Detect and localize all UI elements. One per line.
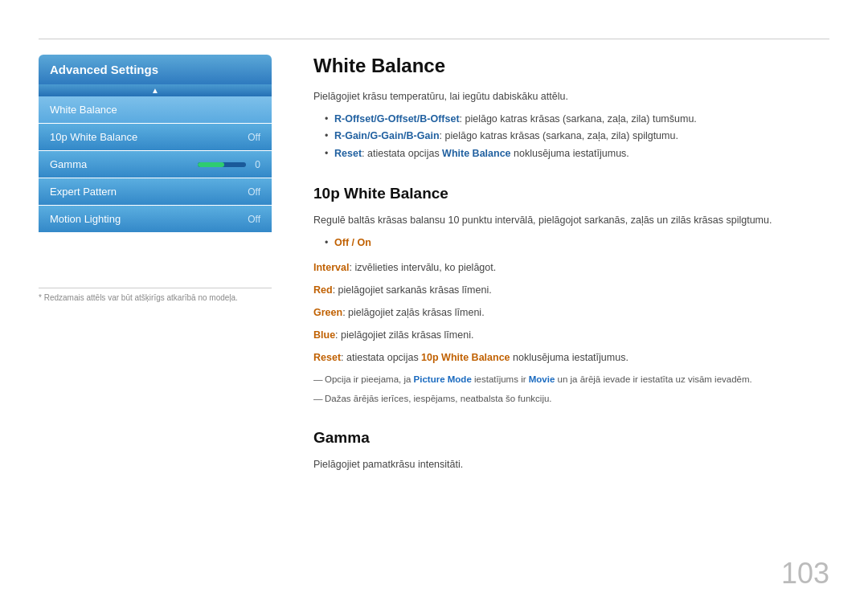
sidebar-header-label: Advanced Settings <box>50 63 158 76</box>
sidebar-arrow: ▲ <box>39 84 272 96</box>
gamma-value: 0 <box>251 159 260 170</box>
gamma-bar-container: 0 <box>198 159 260 170</box>
bullet-r-offset-rest: : pielāgo katras krāsas (sarkana, zaļa, … <box>460 113 697 125</box>
bullet-reset1-rest: : atiestata opcijas <box>362 148 442 159</box>
sidebar-item-motion-lighting[interactable]: Motion Lighting Off <box>39 206 272 232</box>
reset2-bold: Reset <box>313 352 341 363</box>
top-divider <box>39 39 829 39</box>
sidebar-item-10p-label: 10p White Balance <box>50 131 137 143</box>
red-bold: Red <box>313 284 333 296</box>
note-line-1: Opcija ir pieejama, ja Picture Mode iest… <box>313 372 829 386</box>
sidebar-item-gamma-label: Gamma <box>50 158 87 170</box>
section1-intro: Pielāgojiet krāsu temperatūru, lai iegūt… <box>313 88 829 104</box>
section2-reset: Reset: atiestata opcijas 10p White Balan… <box>313 349 829 366</box>
reset2-rest2: noklusējuma iestatījumus. <box>510 352 628 363</box>
sidebar-item-motion-value: Off <box>248 214 260 225</box>
section1-bullets: R-Offset/G-Offset/B-Offset: pielāgo katr… <box>325 111 829 162</box>
sidebar-item-gamma[interactable]: Gamma 0 <box>39 151 272 178</box>
sidebar-header: Advanced Settings <box>39 55 272 84</box>
blue-bold: Blue <box>313 329 335 341</box>
movie-bold: Movie <box>529 374 555 384</box>
note-2-text: Dažas ārējās ierīces, iespējams, neatbal… <box>325 394 552 403</box>
reset2-rest: : atiestata opcijas <box>341 352 421 363</box>
bullet-r-gain-bold: R-Gain/G-Gain/B-Gain <box>334 130 440 141</box>
green-rest: : pielāgojiet zaļās krāsas līmeni. <box>342 307 484 318</box>
gamma-bar-fill <box>198 162 224 167</box>
interval-rest: : izvēlieties intervālu, ko pielāgot. <box>349 262 496 273</box>
note-1-text: Opcija ir pieejama, ja Picture Mode iest… <box>325 374 752 384</box>
note-line-2: Dažas ārējās ierīces, iespējams, neatbal… <box>313 391 829 406</box>
section2-red: Red: pielāgojiet sarkanās krāsas līmeni. <box>313 282 829 298</box>
bullet-reset1-bold: Reset <box>334 148 362 159</box>
section2-interval: Interval: izvēlieties intervālu, ko piel… <box>313 260 829 276</box>
bullet-reset1-bold2: White Balance <box>442 148 510 159</box>
bullet-r-gain-rest: : pielāgo katras krāsas (sarkana, zaļa, … <box>440 130 678 141</box>
bullet-r-gain: R-Gain/G-Gain/B-Gain: pielāgo katras krā… <box>325 128 829 145</box>
section2-option-item: Off / On <box>325 235 829 251</box>
reset2-bold2: 10p White Balance <box>421 352 510 363</box>
section2-blue: Blue: pielāgojiet zilās krāsas līmeni. <box>313 327 829 343</box>
bullet-r-offset-bold: R-Offset/G-Offset/B-Offset <box>334 113 460 125</box>
sidebar-item-expert-pattern[interactable]: Expert Pattern Off <box>39 178 272 205</box>
bullet-reset1: Reset: atiestata opcijas White Balance n… <box>325 145 829 162</box>
section1-title: White Balance <box>313 55 829 77</box>
green-bold: Green <box>313 307 342 318</box>
section3-title: Gamma <box>313 429 829 447</box>
gamma-bar <box>198 162 246 167</box>
interval-bold: Interval <box>313 262 349 273</box>
section2-green: Green: pielāgojiet zaļās krāsas līmeni. <box>313 304 829 321</box>
blue-rest: : pielāgojiet zilās krāsas līmeni. <box>335 329 473 341</box>
sidebar-item-white-balance[interactable]: White Balance <box>39 96 272 123</box>
section2-option-list: Off / On <box>325 235 829 251</box>
section3-intro: Pielāgojiet pamatkrāsu intensitāti. <box>313 456 829 472</box>
bullet-reset1-rest2: noklusējuma iestatījumus. <box>511 148 629 159</box>
sidebar-item-motion-label: Motion Lighting <box>50 213 121 225</box>
sidebar: Advanced Settings ▲ White Balance 10p Wh… <box>39 55 272 233</box>
main-content: White Balance Pielāgojiet krāsu temperat… <box>313 55 829 479</box>
sidebar-item-10p-value: Off <box>248 132 260 143</box>
picture-mode-bold: Picture Mode <box>414 374 472 384</box>
section2-option-text: Off / On <box>334 237 371 248</box>
red-rest: : pielāgojiet sarkanās krāsas līmeni. <box>333 284 492 296</box>
page-number: 103 <box>781 557 829 591</box>
section2-intro: Regulē baltās krāsas balansu 10 punktu i… <box>313 212 829 228</box>
bullet-r-offset: R-Offset/G-Offset/B-Offset: pielāgo katr… <box>325 111 829 128</box>
sidebar-item-white-balance-label: White Balance <box>50 104 117 116</box>
section2-title: 10p White Balance <box>313 185 829 202</box>
sidebar-item-expert-value: Off <box>248 186 260 198</box>
footnote-text: * Redzamais attēls var būt atšķirīgs atk… <box>39 293 238 302</box>
sidebar-item-expert-label: Expert Pattern <box>50 186 117 198</box>
footnote: * Redzamais attēls var būt atšķirīgs atk… <box>39 288 272 302</box>
sidebar-item-10p-white-balance[interactable]: 10p White Balance Off <box>39 124 272 150</box>
